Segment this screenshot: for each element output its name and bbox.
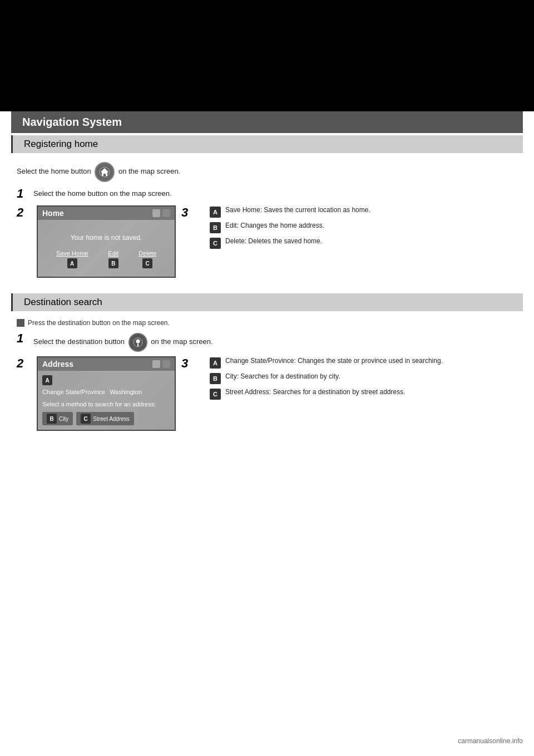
pin-icon-circle bbox=[128, 333, 147, 352]
home-icon-circle bbox=[95, 162, 115, 182]
svg-point-2 bbox=[136, 340, 140, 343]
address-screen-mockup: Address A bbox=[37, 356, 176, 431]
section2-step1-content: Select the destination button on the map… bbox=[33, 331, 523, 352]
section2-step2-num: 2 bbox=[17, 356, 33, 371]
section1-step1: 1 Select the home button on the map scre… bbox=[17, 186, 523, 201]
section2-badge-b: B bbox=[210, 373, 221, 384]
address-badge-row: A bbox=[42, 375, 170, 385]
home-screen-message: Your home is not saved. bbox=[43, 225, 169, 247]
address-content: A Change State/Province Washington Selec… bbox=[42, 375, 170, 425]
address-btn-b[interactable]: B City bbox=[42, 412, 73, 425]
home-screen-body: Your home is not saved. Save Home A Edit… bbox=[38, 220, 175, 277]
nav-system-title: Navigation System bbox=[22, 116, 122, 128]
addr-screen-icon-1 bbox=[152, 360, 160, 368]
section1-step2-num: 2 bbox=[17, 205, 33, 220]
address-state-row: Change State/Province Washington bbox=[42, 389, 170, 395]
home-badge-c: C bbox=[142, 258, 152, 268]
section1-text-c: Delete: Deletes the saved home. bbox=[225, 237, 322, 246]
nav-system-header: Navigation System bbox=[11, 111, 523, 133]
section2-label-c: C Street Address: Searches for a destina… bbox=[210, 387, 443, 400]
section2-title: Destination search bbox=[24, 297, 102, 307]
address-badge-b: B bbox=[47, 414, 57, 424]
section2-badge-a: A bbox=[210, 357, 221, 369]
section1-side-labels: A Save Home: Saves the current location … bbox=[210, 205, 370, 249]
screen-icon-2 bbox=[162, 209, 170, 217]
home-screen-title: Home bbox=[42, 209, 64, 218]
home-screen-mockup: Home Your home is not saved. bbox=[37, 205, 176, 278]
section2-note: Press the destination button on the map … bbox=[17, 319, 523, 327]
home-icon-inline bbox=[95, 162, 115, 182]
home-btn-c-label: Delete bbox=[139, 250, 156, 257]
home-screen-btn-c[interactable]: Delete C bbox=[139, 250, 156, 268]
section2-note-text: Press the destination button on the map … bbox=[28, 319, 170, 327]
home-screen-titlebar: Home bbox=[38, 207, 175, 220]
section1-badge-b: B bbox=[210, 222, 221, 233]
section2-step3-num: 3 bbox=[181, 356, 198, 371]
home-btn-b-label: Edit bbox=[108, 250, 118, 257]
address-screen-title: Address bbox=[42, 360, 73, 369]
address-btn-c[interactable]: C Street Address bbox=[76, 412, 134, 425]
address-select-label: Select a method to search for an address… bbox=[42, 401, 156, 408]
address-badge-a: A bbox=[42, 375, 52, 385]
section2-content: Press the destination button on the map … bbox=[11, 311, 523, 441]
address-screen-icons bbox=[152, 360, 170, 368]
note-square-icon bbox=[17, 319, 24, 327]
svg-marker-0 bbox=[101, 168, 108, 176]
home-screen-buttons: Save Home A Edit B Delete bbox=[43, 247, 169, 271]
watermark: carmanualsonline.info bbox=[458, 737, 523, 745]
address-state-value: Washington bbox=[110, 389, 142, 395]
address-select-label-wrapper: Select a method to search for an address… bbox=[42, 399, 170, 409]
pin-icon-inline bbox=[128, 333, 147, 352]
section2-screen-area: Address A bbox=[37, 356, 176, 431]
section1-step3-area: 3 A Save Home: Saves the current locatio… bbox=[181, 205, 370, 249]
section2-text-b: City: Searches for a destination by city… bbox=[225, 372, 340, 381]
section1-title: Registering home bbox=[24, 139, 98, 149]
section1-text-b: Edit: Changes the home address. bbox=[225, 221, 324, 230]
section1-step2-screen-area: Home Your home is not saved. bbox=[37, 205, 176, 278]
watermark-text: carmanualsonline.info bbox=[458, 737, 523, 745]
screen-icon-1 bbox=[152, 209, 160, 217]
section1-intro: Select the home button on the map screen… bbox=[17, 162, 523, 182]
section2-step2-left: 2 Address bbox=[17, 356, 176, 431]
section2-step1-num: 1 bbox=[17, 331, 33, 346]
top-black-area bbox=[0, 0, 534, 111]
section2-badge-c: C bbox=[210, 389, 221, 400]
section2-text-a: Change State/Province: Changes the state… bbox=[225, 356, 443, 366]
home-badge-b: B bbox=[108, 258, 118, 268]
section1-step2-left: 2 Home You bbox=[17, 205, 176, 278]
main-content: Navigation System Registering home Selec… bbox=[0, 111, 534, 463]
section1-label-b: B Edit: Changes the home address. bbox=[210, 221, 370, 233]
section2-text-c: Street Address: Searches for a destinati… bbox=[225, 387, 406, 397]
address-btn-b-label: City bbox=[59, 416, 68, 422]
section1-step2-layout: 2 Home You bbox=[17, 205, 523, 278]
address-state-label: Change State/Province bbox=[42, 389, 105, 395]
section2-label-b: B City: Searches for a destination by ci… bbox=[210, 372, 443, 384]
home-screen-icons bbox=[152, 209, 170, 217]
home-screen-btn-a[interactable]: Save Home A bbox=[56, 250, 88, 268]
addr-screen-icon-2 bbox=[162, 360, 170, 368]
address-badge-c: C bbox=[81, 414, 91, 424]
section1-step1-text: Select the home button on the map screen… bbox=[33, 186, 523, 199]
section1-step1-num: 1 bbox=[17, 186, 33, 201]
section1-label-a: A Save Home: Saves the current location … bbox=[210, 205, 370, 218]
address-btn-c-label: Street Address bbox=[93, 416, 130, 422]
address-method-btns: B City C Street Address bbox=[42, 412, 170, 425]
section1-badge-c: C bbox=[210, 238, 221, 249]
section2-side-labels: A Change State/Province: Changes the sta… bbox=[210, 356, 443, 400]
home-btn-a-label: Save Home bbox=[56, 250, 88, 257]
section1-header: Registering home bbox=[11, 135, 523, 153]
address-screen-body: A Change State/Province Washington Selec… bbox=[38, 371, 175, 430]
section1-text-a: Save Home: Saves the current location as… bbox=[225, 205, 370, 215]
section1-label-c: C Delete: Deletes the saved home. bbox=[210, 237, 370, 249]
section2-header: Destination search bbox=[11, 293, 523, 311]
section1-step3-num: 3 bbox=[181, 205, 198, 220]
section2-step1: 1 Select the destination button on the m bbox=[17, 331, 523, 352]
address-screen-titlebar: Address bbox=[38, 357, 175, 371]
section2-label-a: A Change State/Province: Changes the sta… bbox=[210, 356, 443, 369]
section1-badge-a: A bbox=[210, 207, 221, 218]
section1-content: Select the home button on the map screen… bbox=[11, 153, 523, 288]
home-screen-btn-b[interactable]: Edit B bbox=[108, 250, 118, 268]
section2-step2-layout: 2 Address bbox=[17, 356, 523, 431]
home-badge-a: A bbox=[67, 258, 77, 268]
section-divider-1 bbox=[0, 288, 534, 291]
